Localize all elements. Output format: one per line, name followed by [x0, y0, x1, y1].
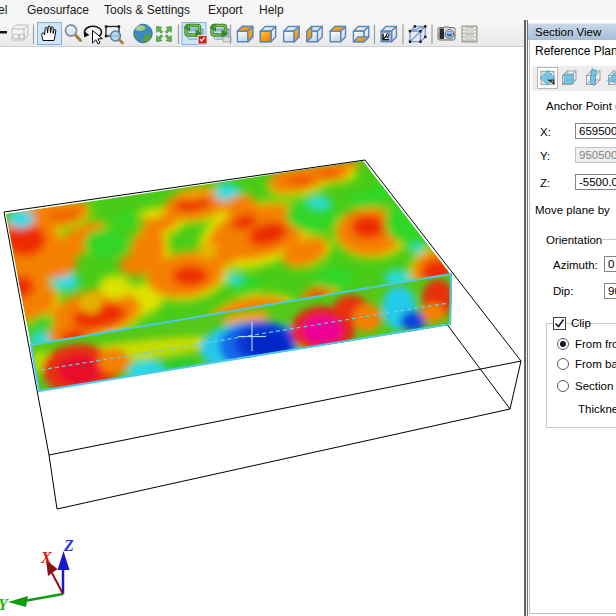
- svg-text:Z: Z: [63, 537, 74, 554]
- svg-text:X: X: [40, 549, 52, 566]
- svg-text:Y: Y: [0, 596, 9, 613]
